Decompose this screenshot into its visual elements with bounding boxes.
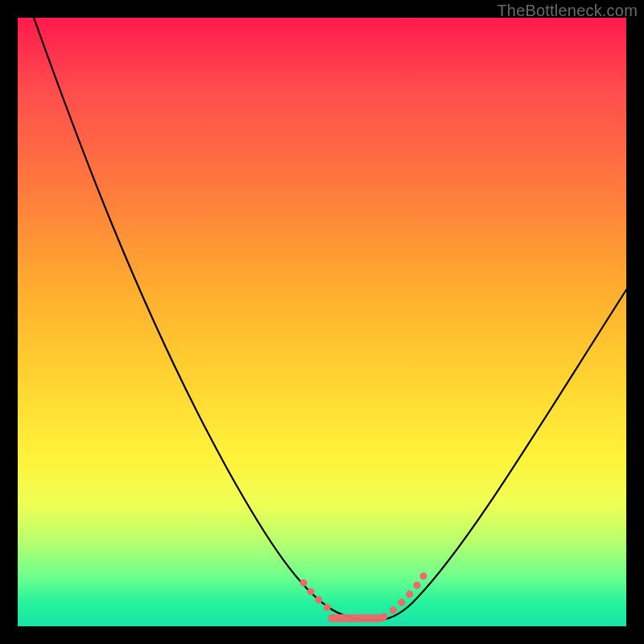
bottleneck-curve: [18, 18, 626, 626]
chart-frame: TheBottleneck.com: [0, 0, 644, 644]
curve-path: [34, 18, 626, 620]
chart-plot-area: [18, 18, 626, 626]
watermark-text: TheBottleneck.com: [497, 2, 638, 20]
